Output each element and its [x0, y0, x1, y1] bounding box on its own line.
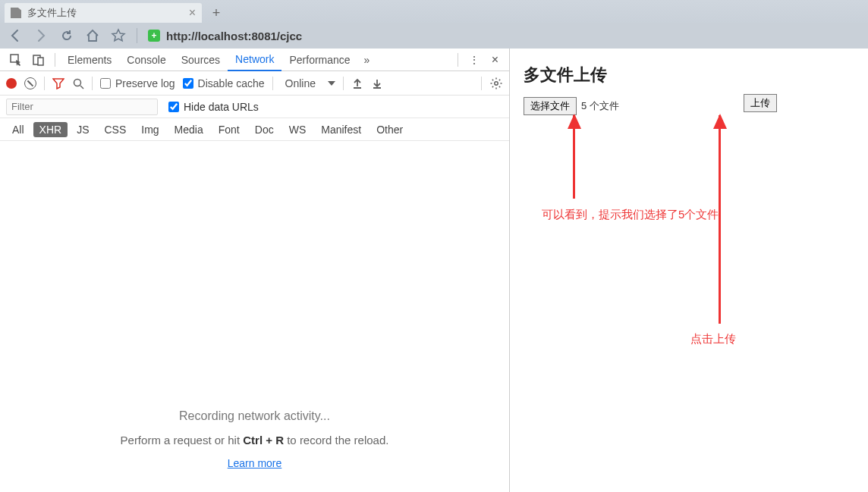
devtools-panel: Elements Console Sources Network Perform…	[0, 49, 510, 492]
preserve-log-checkbox[interactable]: Preserve log	[100, 77, 175, 89]
tab-performance[interactable]: Performance	[281, 49, 357, 71]
tab-elements[interactable]: Elements	[60, 49, 119, 71]
preserve-log-input[interactable]	[100, 78, 111, 89]
throttling-caret-icon[interactable]	[328, 81, 335, 86]
more-tabs-button[interactable]: »	[358, 54, 376, 66]
search-icon[interactable]	[72, 77, 84, 89]
tab-network[interactable]: Network	[228, 49, 281, 71]
disable-cache-input[interactable]	[183, 78, 193, 89]
type-filter-js[interactable]: JS	[71, 122, 95, 137]
hide-data-urls-checkbox[interactable]: Hide data URLs	[168, 101, 259, 113]
type-filter-css[interactable]: CSS	[98, 122, 132, 137]
throttling-value: Online	[285, 77, 316, 89]
svg-line-4	[80, 86, 83, 89]
empty-line1: Recording network activity...	[179, 409, 330, 423]
type-filter-doc[interactable]: Doc	[249, 122, 280, 137]
new-tab-button[interactable]: +	[206, 5, 226, 20]
type-filter-xhr[interactable]: XHR	[33, 122, 68, 137]
disable-cache-checkbox[interactable]: Disable cache	[183, 77, 265, 89]
preserve-log-label: Preserve log	[115, 77, 175, 89]
svg-rect-2	[38, 58, 43, 65]
type-filter-all[interactable]: All	[6, 122, 30, 137]
url-text: http://localhost:8081/cjcc	[166, 30, 302, 42]
svg-point-5	[495, 81, 498, 84]
hide-data-urls-input[interactable]	[168, 102, 179, 112]
network-empty-state: Recording network activity... Perform a …	[0, 141, 509, 492]
tab-console[interactable]: Console	[119, 49, 173, 71]
record-button[interactable]	[6, 78, 17, 89]
empty-line2: Perform a request or hit Ctrl + R to rec…	[121, 434, 389, 447]
annotation-arrow-icon	[573, 115, 575, 199]
device-toolbar-icon[interactable]	[27, 49, 50, 71]
inspect-element-icon[interactable]	[5, 49, 27, 71]
annotation-text-2: 点击上传	[690, 332, 736, 346]
browser-tab[interactable]: 多文件上传 ×	[5, 3, 202, 23]
type-filter-font[interactable]: Font	[212, 122, 246, 137]
tab-sources[interactable]: Sources	[174, 49, 228, 71]
close-devtools-button[interactable]: ×	[486, 53, 505, 67]
upload-button[interactable]: 上传	[744, 94, 777, 112]
annotation-text-1: 可以看到，提示我们选择了5个文件	[542, 208, 719, 222]
back-button[interactable]	[8, 28, 23, 43]
filter-input[interactable]	[6, 99, 158, 115]
type-filter-media[interactable]: Media	[168, 122, 209, 137]
type-filter-other[interactable]: Other	[370, 122, 409, 137]
close-tab-icon[interactable]: ×	[189, 7, 196, 19]
type-filter-ws[interactable]: WS	[283, 122, 313, 137]
throttling-select[interactable]: Online	[281, 77, 320, 89]
choose-files-button[interactable]: 选择文件	[524, 97, 577, 115]
hide-data-urls-label: Hide data URLs	[184, 101, 259, 113]
har-upload-icon[interactable]	[351, 77, 363, 89]
devtools-menu-button[interactable]: ⋮	[463, 54, 486, 66]
annotation-arrow-icon	[719, 115, 721, 324]
forward-button[interactable]	[33, 28, 49, 43]
disable-cache-label: Disable cache	[198, 77, 265, 89]
favorite-button[interactable]	[111, 28, 126, 43]
reload-button[interactable]	[59, 28, 74, 43]
filter-toggle-icon[interactable]	[52, 77, 64, 89]
clear-button[interactable]	[24, 77, 36, 89]
page-title: 多文件上传	[524, 64, 854, 86]
svg-point-3	[74, 79, 81, 86]
tab-title: 多文件上传	[27, 6, 77, 20]
har-download-icon[interactable]	[371, 77, 383, 89]
type-filter-manifest[interactable]: Manifest	[315, 122, 367, 137]
settings-gear-icon[interactable]	[489, 77, 503, 90]
type-filter-img[interactable]: Img	[135, 122, 165, 137]
site-security-badge: +	[148, 30, 160, 42]
page-content: 多文件上传 选择文件 5 个文件 上传 可以看到，提示我们选择了5个文件 点击上…	[510, 49, 868, 492]
page-icon	[11, 8, 21, 18]
address-bar[interactable]: + http://localhost:8081/cjcc	[148, 30, 302, 42]
home-button[interactable]	[85, 28, 100, 43]
file-count-text: 5 个文件	[581, 99, 619, 113]
type-filter-row: All XHR JS CSS Img Media Font Doc WS Man…	[0, 118, 509, 141]
learn-more-link[interactable]: Learn more	[228, 457, 282, 469]
